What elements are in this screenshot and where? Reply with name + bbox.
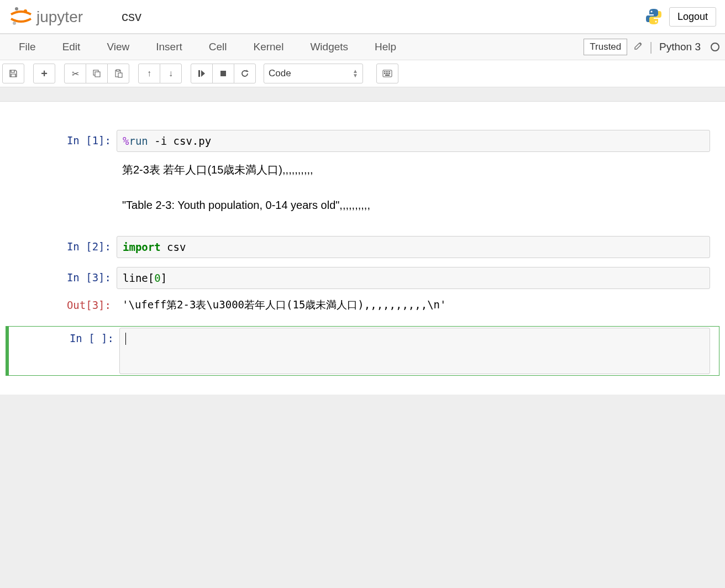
svg-text:jupyter: jupyter	[36, 8, 83, 25]
trusted-badge[interactable]: Trusted	[584, 39, 627, 55]
svg-rect-7	[95, 72, 100, 77]
kernel-status-circle-icon	[711, 43, 719, 51]
restart-button[interactable]	[234, 64, 256, 83]
copy-icon	[92, 69, 101, 78]
output-prompt-empty	[6, 158, 117, 217]
code-cell[interactable]: In [3]: line[0]	[6, 265, 719, 291]
plus-icon: +	[41, 67, 48, 80]
stop-button[interactable]	[212, 64, 234, 83]
keyboard-icon	[382, 70, 392, 77]
svg-rect-14	[384, 71, 385, 72]
svg-rect-18	[384, 73, 385, 74]
paste-icon	[114, 69, 123, 78]
arrow-down-icon: ↓	[169, 69, 173, 78]
paste-button[interactable]	[107, 64, 129, 83]
svg-point-5	[655, 20, 656, 22]
input-prompt: In [2]:	[6, 236, 117, 258]
save-icon	[9, 69, 18, 78]
code-input[interactable]: line[0]	[117, 267, 710, 289]
notebook-title[interactable]: csv	[122, 9, 141, 24]
svg-rect-15	[386, 71, 387, 72]
code-cell[interactable]: In [1]: %run -i csv.py	[6, 128, 719, 154]
svg-rect-11	[198, 70, 200, 77]
svg-rect-19	[386, 73, 387, 74]
select-arrows-icon: ▲▼	[353, 69, 358, 78]
code-cell-selected[interactable]: In [ ]:	[6, 326, 719, 376]
arrow-up-icon: ↑	[147, 69, 151, 78]
run-button[interactable]	[191, 64, 213, 83]
code-input[interactable]	[119, 328, 710, 374]
menu-items: File Edit View Insert Cell Kernel Widget…	[6, 36, 409, 57]
svg-rect-9	[117, 70, 119, 71]
svg-rect-12	[220, 71, 226, 76]
add-cell-button[interactable]: +	[33, 64, 55, 83]
menu-view[interactable]: View	[93, 36, 143, 57]
output-row: 第2-3表 若年人口(15歳未満人口),,,,,,,,,, "Table 2-3…	[6, 156, 719, 219]
cursor-icon	[125, 333, 126, 345]
header: jupyter csv Logout	[0, 0, 725, 34]
execute-result: '\ufeff第2-3表\u3000若年人口(15歳未満人口),,,,,,,,,…	[117, 295, 710, 316]
gap-strip	[0, 87, 725, 102]
menu-edit[interactable]: Edit	[49, 36, 94, 57]
restart-icon	[240, 69, 249, 78]
svg-rect-10	[118, 73, 122, 77]
command-palette-button[interactable]	[376, 64, 398, 83]
cell-type-value: Code	[269, 68, 291, 79]
svg-rect-16	[387, 71, 388, 72]
menu-file[interactable]: File	[6, 36, 49, 57]
code-input[interactable]: %run -i csv.py	[117, 130, 710, 152]
logo-block: jupyter csv	[9, 4, 141, 29]
separator: |	[649, 40, 653, 54]
pencil-icon[interactable]	[634, 41, 643, 53]
code-input[interactable]: import csv	[117, 236, 710, 258]
svg-rect-20	[387, 73, 388, 74]
menu-insert[interactable]: Insert	[143, 36, 196, 57]
svg-rect-21	[389, 73, 390, 74]
code-cell[interactable]: In [2]: import csv	[6, 234, 719, 260]
menu-widgets[interactable]: Widgets	[297, 36, 361, 57]
input-prompt: In [ ]:	[9, 328, 119, 374]
svg-point-4	[650, 11, 652, 12]
kernel-name-label[interactable]: Python 3	[659, 41, 701, 53]
scissors-icon: ✂	[72, 69, 79, 79]
toolbar: + ✂ ↑ ↓ Code ▲▼	[0, 60, 725, 87]
cell-type-select[interactable]: Code ▲▼	[264, 64, 363, 83]
run-icon	[198, 70, 206, 77]
cut-button[interactable]: ✂	[64, 64, 86, 83]
notebook-container: In [1]: %run -i csv.py 第2-3表 若年人口(15歳未満人…	[0, 102, 725, 395]
menubar: File Edit View Insert Cell Kernel Widget…	[0, 34, 725, 60]
stop-icon	[219, 70, 227, 77]
copy-button[interactable]	[86, 64, 108, 83]
menu-kernel[interactable]: Kernel	[240, 36, 297, 57]
svg-rect-17	[389, 71, 390, 72]
input-prompt: In [3]:	[6, 267, 117, 289]
input-prompt: In [1]:	[6, 130, 117, 152]
menu-help[interactable]: Help	[361, 36, 409, 57]
save-button[interactable]	[2, 64, 24, 83]
svg-point-2	[13, 22, 16, 25]
output-prompt: Out[3]:	[6, 295, 117, 316]
move-up-button[interactable]: ↑	[138, 64, 160, 83]
stream-output: 第2-3表 若年人口(15歳未満人口),,,,,,,,,, "Table 2-3…	[117, 158, 710, 217]
python-logo-icon	[645, 8, 663, 25]
logout-button[interactable]: Logout	[669, 7, 716, 27]
output-row: Out[3]: '\ufeff第2-3表\u3000若年人口(15歳未満人口),…	[6, 293, 719, 317]
svg-point-0	[15, 7, 18, 11]
menu-cell[interactable]: Cell	[196, 36, 240, 57]
svg-rect-22	[385, 75, 390, 76]
move-down-button[interactable]: ↓	[160, 64, 182, 83]
jupyter-logo[interactable]: jupyter	[9, 4, 106, 29]
